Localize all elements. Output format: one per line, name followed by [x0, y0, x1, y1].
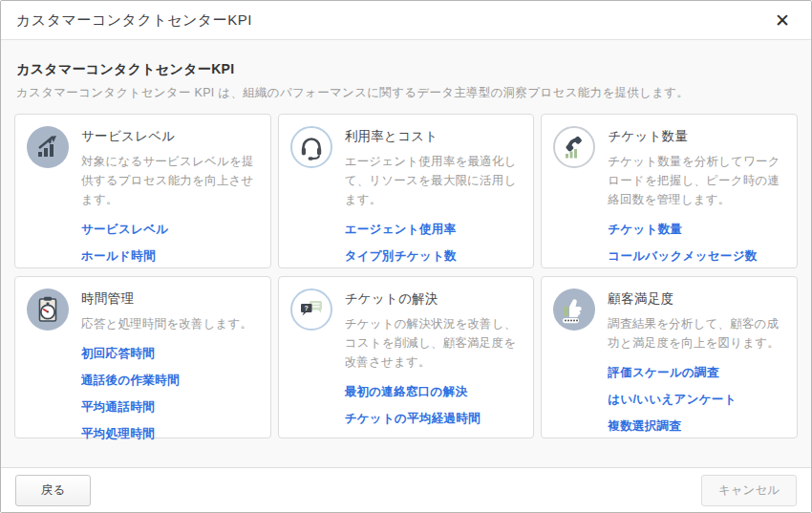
stopwatch-clipboard-icon	[27, 289, 69, 331]
kpi-link-avg-talk-time[interactable]: 平均通話時間	[81, 399, 259, 416]
kpi-card-grid: サービスレベル 対象になるサービスレベルを提供するプロセス能力を向上させます。 …	[14, 114, 798, 438]
kpi-link-avg-handle-time[interactable]: 平均処理時間	[81, 426, 259, 442]
kpi-link-tickets-by-type[interactable]: タイプ別チケット数	[345, 248, 523, 265]
kpi-card-customer-satisfaction: 顧客満足度 調査結果を分析して、顧客の成功と満足度を向上を図ります。 評価スケー…	[541, 276, 798, 438]
dialog-title: カスタマーコンタクトセンターKPI	[16, 11, 252, 30]
kpi-link-after-call-work-time[interactable]: 通話後の作業時間	[81, 373, 259, 389]
svg-text:?: ?	[304, 305, 308, 311]
phone-volume-icon	[553, 126, 595, 168]
kpi-card-ticket-resolution: ? チケットの解決 チケットの解決状況を改善し、コストを削減し、顧客満足度を改善…	[278, 276, 535, 438]
kpi-link-first-response-time[interactable]: 初回応答時間	[81, 346, 259, 362]
headset-icon	[290, 126, 332, 168]
close-icon[interactable]: ✕	[769, 8, 796, 33]
card-description: 調査結果を分析して、顧客の成功と満足度を向上を図ります。	[608, 314, 785, 353]
back-button[interactable]: 戻る	[15, 475, 91, 506]
kpi-link-callback-messages[interactable]: コールバックメッセージ数	[608, 248, 785, 265]
kpi-card-ticket-volume: チケット数量 チケット数量を分析してワークロードを把握し、ピーク時の連絡回数を管…	[541, 114, 798, 268]
kpi-dialog: カスタマーコンタクトセンターKPI ✕ カスタマーコンタクトセンターKPI カス…	[0, 0, 812, 513]
card-title: チケット数量	[608, 128, 785, 145]
kpi-link-yes-no-survey[interactable]: はい/いいえアンケート	[608, 392, 785, 408]
card-title: 時間管理	[81, 290, 259, 308]
card-description: 対象になるサービスレベルを提供するプロセス能力を向上させます。	[81, 152, 259, 209]
kpi-link-avg-ticket-age[interactable]: チケットの平均経過時間	[345, 411, 523, 427]
chat-bubbles-question-icon: ?	[290, 289, 332, 331]
kpi-link-rating-scale-survey[interactable]: 評価スケールの調査	[608, 365, 785, 381]
kpi-card-service-level: サービスレベル 対象になるサービスレベルを提供するプロセス能力を向上させます。 …	[14, 114, 271, 268]
kpi-link-ticket-volume[interactable]: チケット数量	[608, 222, 785, 238]
kpi-link-hold-time[interactable]: ホールド時間	[81, 248, 259, 265]
kpi-link-agent-utilization[interactable]: エージェント使用率	[345, 222, 523, 238]
dialog-header: カスタマーコンタクトセンターKPI ✕	[1, 1, 811, 40]
card-description: 応答と処理時間を改善します。	[81, 314, 259, 333]
dialog-footer: 戻る キャンセル	[1, 467, 811, 512]
card-title: チケットの解決	[345, 290, 523, 308]
thumbs-up-rating-icon	[553, 289, 595, 331]
card-title: サービスレベル	[81, 128, 259, 145]
card-title: 顧客満足度	[608, 290, 785, 308]
dialog-body: カスタマーコンタクトセンターKPI カスタマーコンタクトセンター KPI は、組…	[1, 40, 811, 467]
kpi-link-multiple-choice-survey[interactable]: 複数選択調査	[608, 418, 785, 435]
kpi-card-time-management: 時間管理 応答と処理時間を改善します。 初回応答時間 通話後の作業時間 平均通話…	[14, 276, 271, 438]
cancel-button[interactable]: キャンセル	[701, 475, 797, 506]
page-description: カスタマーコンタクトセンター KPI は、組織のパフォーマンスに関するデータ主導…	[16, 85, 796, 101]
card-description: チケットの解決状況を改善し、コストを削減し、顧客満足度を改善させます。	[345, 314, 523, 372]
card-title: 利用率とコスト	[345, 128, 523, 145]
bar-chart-trend-icon	[27, 126, 69, 168]
kpi-link-first-contact-resolution[interactable]: 最初の連絡窓口の解決	[345, 384, 523, 400]
kpi-card-utilization-cost: 利用率とコスト エージェント使用率を最適化して、リソースを最大限に活用します。 …	[278, 114, 535, 268]
kpi-link-service-level[interactable]: サービスレベル	[81, 222, 259, 238]
page-title: カスタマーコンタクトセンターKPI	[16, 61, 796, 78]
card-description: エージェント使用率を最適化して、リソースを最大限に活用します。	[345, 152, 523, 209]
card-description: チケット数量を分析してワークロードを把握し、ピーク時の連絡回数を管理します。	[608, 152, 785, 209]
